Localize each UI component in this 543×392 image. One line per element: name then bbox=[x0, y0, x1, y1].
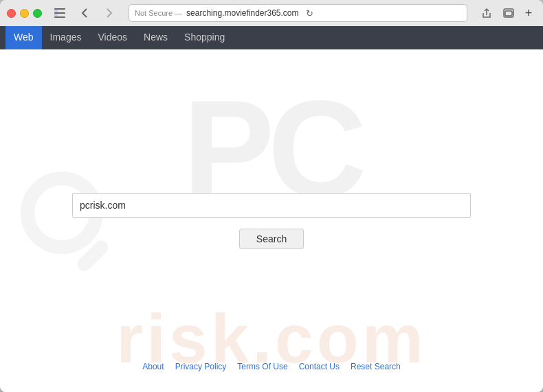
forward-button[interactable] bbox=[100, 5, 119, 21]
new-tab-button[interactable]: + bbox=[521, 5, 536, 21]
traffic-lights bbox=[7, 9, 42, 18]
reset-search-link[interactable]: Reset Search bbox=[351, 362, 401, 371]
maximize-button[interactable] bbox=[33, 9, 42, 18]
back-button[interactable] bbox=[75, 5, 94, 21]
terms-of-use-link[interactable]: Terms Of Use bbox=[237, 362, 287, 371]
nav-bar: Web Images Videos News Shopping bbox=[0, 26, 543, 49]
reload-button[interactable]: ↻ bbox=[303, 6, 317, 20]
footer-links: About Privacy Policy Terms Of Use Contac… bbox=[142, 362, 400, 371]
address-bar[interactable]: Not Secure — searching.moviefinder365.co… bbox=[129, 4, 467, 22]
minimize-button[interactable] bbox=[20, 9, 29, 18]
nav-item-shopping[interactable]: Shopping bbox=[176, 26, 233, 49]
page-content: PC risk.com Search About Privacy Policy … bbox=[0, 49, 543, 392]
nav-item-videos[interactable]: Videos bbox=[89, 26, 135, 49]
nav-item-images[interactable]: Images bbox=[42, 26, 90, 49]
share-button[interactable] bbox=[477, 5, 496, 21]
nav-item-web[interactable]: Web bbox=[5, 26, 42, 49]
svg-rect-3 bbox=[54, 8, 58, 18]
privacy-policy-link[interactable]: Privacy Policy bbox=[175, 362, 227, 371]
search-container: Search bbox=[72, 193, 471, 249]
nav-item-news[interactable]: News bbox=[135, 26, 176, 49]
browser-window: Not Secure — searching.moviefinder365.co… bbox=[0, 0, 543, 392]
svg-rect-6 bbox=[505, 11, 512, 16]
tab-overview-button[interactable] bbox=[499, 5, 518, 21]
search-input[interactable] bbox=[72, 193, 471, 218]
toolbar-right: + bbox=[477, 5, 536, 21]
security-indicator: Not Secure — bbox=[135, 9, 182, 17]
contact-us-link[interactable]: Contact Us bbox=[299, 362, 340, 371]
about-link[interactable]: About bbox=[142, 362, 164, 371]
sidebar-toggle-button[interactable] bbox=[50, 5, 69, 21]
close-button[interactable] bbox=[7, 9, 16, 18]
address-text: searching.moviefinder365.com bbox=[186, 8, 298, 18]
search-button[interactable]: Search bbox=[239, 229, 304, 249]
title-bar: Not Secure — searching.moviefinder365.co… bbox=[0, 0, 543, 26]
